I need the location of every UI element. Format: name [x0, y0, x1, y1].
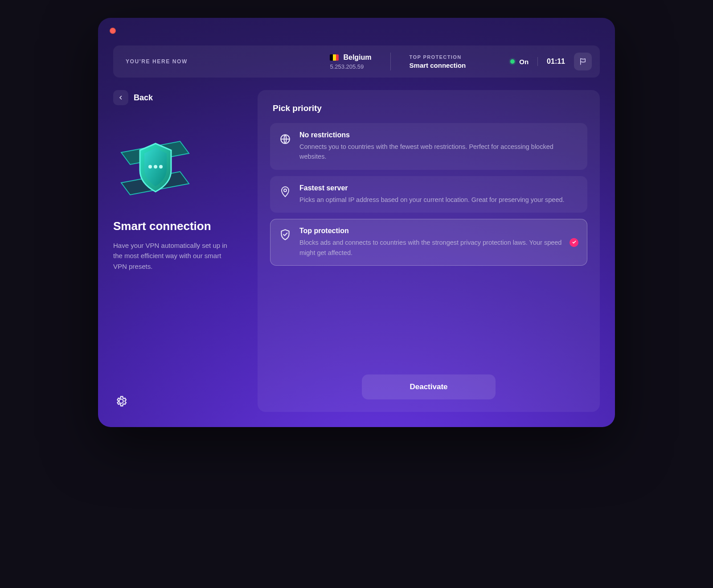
deactivate-button[interactable]: Deactivate	[362, 374, 496, 399]
svg-point-2	[148, 165, 152, 169]
chevron-left-icon	[118, 95, 123, 100]
panel-title: Pick priority	[273, 103, 587, 113]
priority-option-top-protection[interactable]: Top protection Blocks ads and connects t…	[270, 219, 587, 266]
flag-icon	[579, 58, 587, 66]
option-desc: Connects you to countries with the fewes…	[299, 142, 578, 162]
svg-point-6	[284, 189, 287, 192]
app-window: YOU'RE HERE NOW Belgium 5.253.205.59 TOP…	[98, 18, 615, 427]
window-close-dot[interactable]	[110, 28, 116, 34]
option-title: Fastest server	[299, 184, 565, 192]
deactivate-label: Deactivate	[410, 382, 447, 391]
priority-option-fastest-server[interactable]: Fastest server Picks an optimal IP addre…	[270, 176, 587, 213]
svg-point-3	[154, 165, 157, 169]
svg-point-4	[159, 165, 163, 169]
ip-address: 5.253.205.59	[330, 63, 371, 70]
back-label: Back	[134, 93, 153, 103]
status-dot-icon	[510, 59, 515, 64]
back-button[interactable]	[113, 90, 128, 105]
elapsed-time: 01:11	[547, 58, 565, 66]
connection-mode-name: Smart connection	[410, 62, 466, 69]
option-desc: Picks an optimal IP address based on you…	[299, 195, 565, 205]
option-title: Top protection	[299, 227, 563, 235]
globe-icon	[279, 133, 291, 145]
protection-mode-label: TOP PROTECTION	[410, 54, 466, 60]
country-name: Belgium	[343, 53, 371, 62]
you-are-here-label: YOU'RE HERE NOW	[126, 58, 188, 65]
smart-connection-illustration	[113, 126, 247, 210]
priority-panel: Pick priority No restrictions Connects y…	[258, 90, 600, 412]
flag-location-button[interactable]	[574, 53, 592, 70]
option-desc: Blocks ads and connects to countries wit…	[299, 238, 563, 258]
back-row[interactable]: Back	[113, 90, 247, 105]
status-text: On	[519, 58, 529, 66]
pin-icon	[279, 186, 291, 198]
selected-check-icon	[570, 238, 578, 247]
protection-mode-block: TOP PROTECTION Smart connection	[410, 54, 466, 69]
settings-button[interactable]	[115, 395, 127, 407]
shield-check-icon	[279, 229, 291, 241]
option-title: No restrictions	[299, 131, 578, 139]
vpn-status: On	[510, 58, 529, 66]
priority-option-no-restrictions[interactable]: No restrictions Connects you to countrie…	[270, 123, 587, 170]
status-header: YOU'RE HERE NOW Belgium 5.253.205.59 TOP…	[113, 45, 600, 78]
side-description: Have your VPN automatically set up in th…	[113, 240, 234, 271]
location-block: Belgium 5.253.205.59	[330, 53, 371, 70]
side-title: Smart connection	[113, 219, 247, 233]
flag-belgium-icon	[330, 54, 339, 61]
gear-icon	[115, 395, 127, 407]
